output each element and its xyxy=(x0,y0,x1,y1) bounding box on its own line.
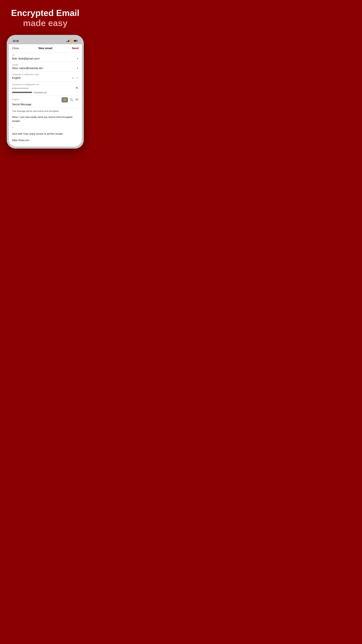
notification-lang-row: English ▼ ··· xyxy=(12,76,78,80)
password-row: ●●●●●●●●●●● 👁 xyxy=(12,86,78,90)
font-size-icon[interactable]: TT xyxy=(75,98,78,101)
wifi-icon: 📶 xyxy=(70,40,73,42)
encrypt-toggle-button[interactable]: 🔒 xyxy=(61,97,68,102)
sender-dropdown-arrow[interactable]: ▼ xyxy=(77,67,78,69)
to-dropdown-arrow[interactable]: ▼ xyxy=(77,58,78,60)
show-password-icon[interactable]: 👁 xyxy=(75,86,78,90)
close-button[interactable]: Close xyxy=(12,47,19,50)
attachment-icon[interactable]: 📎 xyxy=(70,98,73,102)
email-compose-screen: Close New email Send To Bob <bob@gmail.c… xyxy=(9,44,82,146)
email-body-section: This message will be sent end-to-end enc… xyxy=(9,108,82,146)
more-options-icon[interactable]: ··· xyxy=(75,76,78,80)
sender-value-row: Alice <alice@tutanota.de> ▼ xyxy=(12,67,78,70)
subject-section: Subject 🔒 📎 TT Secret Message xyxy=(9,96,82,108)
subject-label: Subject xyxy=(12,98,19,100)
compose-header: Close New email Send xyxy=(9,44,82,52)
email-body[interactable]: Wow, I can now easily send you end-to-en… xyxy=(12,115,78,142)
body-paragraph: Wow, I can now easily send you end-to-en… xyxy=(12,115,78,123)
subject-toolbar: 🔒 📎 TT xyxy=(61,97,78,102)
strength-bar xyxy=(12,92,32,93)
compose-title: New email xyxy=(38,46,52,50)
lock-icon: 🔒 xyxy=(63,98,66,101)
status-bar: 16:28 📶 xyxy=(9,37,82,44)
lang-dropdown-arrow[interactable]: ▼ xyxy=(72,77,74,79)
signature-line2: https://tuta.com xyxy=(12,138,78,142)
signal-icon xyxy=(66,40,69,42)
phone-screen: 16:28 📶 C xyxy=(9,37,82,146)
notch xyxy=(34,37,56,42)
to-field-section: To Bob <bob@gmail.com> ▼ xyxy=(9,52,82,62)
subject-value[interactable]: Secret Message xyxy=(12,103,31,106)
sender-field-section: Sender Alice <alice@tutanota.de> ▼ xyxy=(9,62,82,72)
status-icons: 📶 xyxy=(66,40,78,42)
notification-lang-label: Language of notification email xyxy=(12,73,78,76)
send-button[interactable]: Send xyxy=(72,47,78,50)
password-status: Password ok. xyxy=(34,91,47,94)
hero-title: Encrypted Email xyxy=(7,8,84,18)
signature-separator: -- xyxy=(12,126,78,130)
password-label: Password for bob@gmail.com xyxy=(12,83,78,86)
battery-icon xyxy=(74,40,78,42)
phone-mockup: 16:28 📶 C xyxy=(7,35,84,148)
to-label: To xyxy=(12,54,78,56)
sender-value[interactable]: Alice <alice@tutanota.de> xyxy=(12,67,75,70)
hero-section: Encrypted Email made easy xyxy=(0,0,90,33)
to-value[interactable]: Bob <bob@gmail.com> xyxy=(12,57,75,60)
signature-line1: Sent with Tuta; enjoy secure & ad-free e… xyxy=(12,132,78,136)
password-field[interactable]: ●●●●●●●●●●● xyxy=(12,87,75,89)
notification-lang-value[interactable]: English xyxy=(12,76,71,80)
password-section: Password for bob@gmail.com ●●●●●●●●●●● 👁… xyxy=(9,82,82,96)
status-time: 16:28 xyxy=(13,40,19,42)
to-value-row: Bob <bob@gmail.com> ▼ xyxy=(12,57,78,60)
encrypted-notice: This message will be sent end-to-end enc… xyxy=(12,110,78,112)
subject-top-row: Subject 🔒 📎 TT xyxy=(12,97,78,102)
phone-frame: 16:28 📶 C xyxy=(7,35,84,148)
password-strength-indicator: Password ok. xyxy=(12,91,78,94)
hero-subtitle: made easy xyxy=(7,18,84,28)
notification-lang-section: Language of notification email English ▼… xyxy=(9,72,82,82)
sender-label: Sender xyxy=(12,64,78,66)
